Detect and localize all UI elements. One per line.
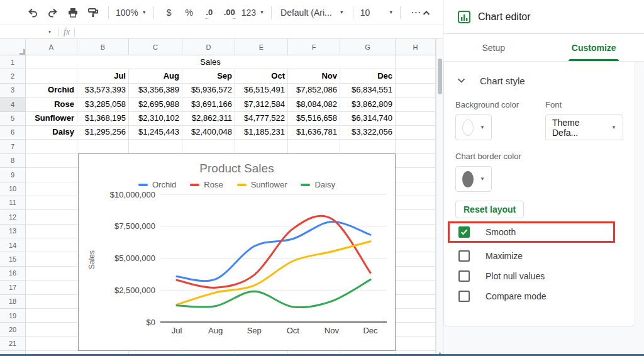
zoom-select[interactable]: 100% ▼ (116, 4, 147, 21)
grid-cell[interactable]: $2,310,102 (129, 112, 182, 126)
grid-cell[interactable]: $5,936,572 (182, 84, 235, 97)
grid-cell[interactable]: $3,356,389 (129, 84, 182, 97)
grid-cell[interactable] (396, 225, 436, 238)
grid-cell[interactable] (396, 182, 436, 196)
grid-cell[interactable]: $3,691,166 (182, 97, 235, 111)
grid-cell[interactable] (396, 281, 436, 294)
grid-cell[interactable] (396, 323, 436, 337)
grid-cell[interactable] (26, 154, 77, 168)
grid-cell[interactable]: $1,368,195 (77, 112, 129, 126)
name-box[interactable]: ▼ (0, 25, 54, 38)
row-header[interactable]: 9 (0, 168, 26, 182)
chart-border-color-select[interactable]: ▼ (455, 166, 492, 192)
grid-cell[interactable]: $2,862,311 (182, 112, 235, 126)
grid-cell[interactable]: Sunflower (26, 112, 77, 126)
grid-cell[interactable]: $3,285,058 (77, 97, 129, 111)
checkbox-row-smooth[interactable]: Smooth (455, 223, 613, 241)
grid-header-cell[interactable]: G (340, 39, 396, 55)
grid-cell[interactable] (26, 210, 77, 224)
checkbox-smooth[interactable] (458, 226, 470, 238)
checkbox-maximize[interactable] (458, 250, 470, 262)
grid-cell[interactable]: $1,245,443 (129, 126, 182, 140)
font-family-select[interactable]: Default (Ari... ▼ (280, 4, 344, 21)
grid-cell[interactable]: $6,314,740 (340, 112, 396, 126)
grid-cell[interactable] (396, 97, 436, 111)
scrollbar-thumb[interactable] (438, 58, 442, 94)
row-header[interactable]: 10 (0, 182, 26, 196)
checkbox-row-maximize[interactable]: Maximize (455, 246, 623, 266)
row-header[interactable]: 1 (0, 55, 26, 69)
grid-cell[interactable] (396, 126, 436, 140)
grid-header-cell[interactable]: B (77, 39, 129, 55)
grid-cell[interactable] (26, 323, 77, 337)
grid-header-cell[interactable]: F (288, 39, 340, 55)
grid-cell[interactable] (396, 210, 436, 224)
tab-customize[interactable]: Customize (544, 34, 644, 61)
row-header[interactable]: 7 (0, 140, 26, 153)
grid-cell[interactable]: Dec (340, 69, 396, 83)
grid-cell[interactable]: $7,312,584 (235, 97, 288, 111)
grid-cell[interactable] (396, 295, 436, 309)
row-header[interactable]: 12 (0, 210, 26, 224)
font-select[interactable]: Theme Defa... ▼ (545, 114, 623, 140)
grid-cell[interactable] (396, 140, 436, 153)
tab-setup[interactable]: Setup (443, 34, 544, 61)
grid-cell[interactable]: Daisy (26, 126, 77, 140)
vertical-scrollbar[interactable]: ▲ ▼ (436, 39, 443, 356)
grid-cell[interactable] (396, 55, 436, 69)
grid-header-cell[interactable]: A (26, 39, 77, 55)
grid-cell[interactable] (396, 84, 436, 97)
grid-cell[interactable]: $3,322,056 (340, 126, 396, 140)
row-header[interactable]: 11 (0, 196, 26, 210)
grid-cell[interactable] (26, 69, 77, 83)
grid-cell[interactable] (26, 225, 77, 238)
section-header[interactable]: Chart style (455, 62, 623, 89)
grid-cell[interactable] (396, 112, 436, 126)
grid-cell[interactable]: Oct (235, 69, 288, 83)
grid-cell[interactable]: $1,636,781 (288, 126, 340, 140)
grid-cell[interactable]: $4,777,522 (235, 112, 288, 126)
grid-cell[interactable]: Rose (26, 97, 77, 111)
row-header[interactable]: 5 (0, 112, 26, 126)
grid-cell[interactable] (396, 168, 436, 182)
row-header[interactable]: 2 (0, 69, 26, 83)
grid-cell[interactable] (77, 140, 129, 153)
grid-cell[interactable] (26, 252, 77, 266)
grid-cell[interactable]: $7,852,086 (288, 84, 340, 97)
grid-header-cell[interactable]: E (235, 39, 288, 55)
grid-cell[interactable]: $3,573,393 (77, 84, 129, 97)
grid-cell[interactable] (26, 182, 77, 196)
row-header[interactable]: 3 (0, 84, 26, 97)
grid-cell[interactable]: $2,400,048 (182, 126, 235, 140)
collapse-toolbar-icon[interactable] (418, 5, 435, 21)
background-color-select[interactable]: ▼ (455, 114, 492, 140)
row-header[interactable]: 6 (0, 126, 26, 140)
grid-cell[interactable] (396, 252, 436, 266)
row-header[interactable]: 21 (0, 337, 26, 351)
grid-cell[interactable] (129, 140, 182, 153)
percent-format-button[interactable]: % (181, 4, 197, 21)
checkbox-row-compare-mode[interactable]: Compare mode (455, 286, 623, 306)
print-icon[interactable] (65, 4, 81, 21)
font-size-select[interactable]: 10 ▼ (360, 4, 394, 21)
grid-cell[interactable] (288, 140, 340, 153)
grid-cell[interactable] (26, 337, 77, 351)
grid-cell[interactable]: Aug (129, 69, 182, 83)
grid-cell[interactable] (396, 196, 436, 210)
row-header[interactable]: 17 (0, 281, 26, 294)
grid-cell[interactable] (26, 168, 77, 182)
grid-cell[interactable]: $6,834,551 (340, 84, 396, 97)
grid-cell[interactable]: $3,862,809 (340, 97, 396, 111)
embedded-chart[interactable]: Product Sales OrchidRoseSunflowerDaisy $… (78, 153, 396, 351)
grid-cell[interactable]: Sep (182, 69, 235, 83)
number-format-menu[interactable]: 123 ▼ (242, 4, 264, 21)
grid-cell[interactable] (396, 337, 436, 351)
grid-cell[interactable] (26, 309, 77, 323)
grid-cell[interactable] (26, 140, 77, 153)
decrease-decimal-button[interactable]: .0← (201, 4, 218, 21)
grid-cell[interactable] (26, 281, 77, 294)
row-header[interactable]: 19 (0, 309, 26, 323)
grid-cell[interactable]: Nov (288, 69, 340, 83)
undo-icon[interactable] (25, 4, 41, 21)
grid-cell[interactable] (235, 140, 288, 153)
